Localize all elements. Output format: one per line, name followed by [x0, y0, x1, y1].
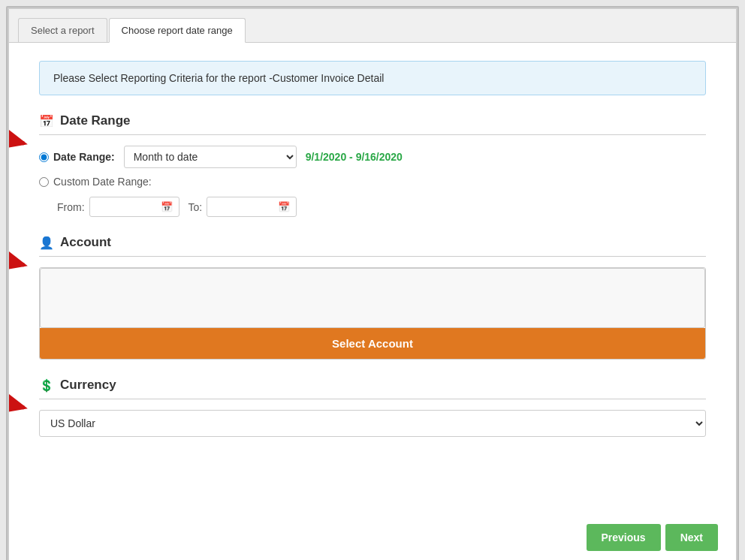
date-range-row: Date Range: Month to date This week This… — [39, 146, 706, 168]
next-button[interactable]: Next — [665, 524, 718, 551]
from-label: From: — [57, 201, 85, 213]
from-calendar-icon: 📅 — [161, 201, 173, 212]
currency-section: 💲 Currency US Dollar Euro British Pound … — [39, 378, 706, 437]
from-to-row: From: 📅 To: 📅 — [57, 197, 706, 217]
currency-icon: 💲 — [39, 378, 54, 393]
currency-arrow — [9, 385, 32, 419]
from-group: From: 📅 — [57, 197, 179, 217]
previous-button[interactable]: Previous — [587, 524, 661, 551]
tab-choose-date-range[interactable]: Choose report date range — [109, 18, 246, 43]
account-arrow — [9, 242, 32, 276]
date-range-label-text: Date Range: — [53, 151, 115, 163]
to-label: To: — [189, 201, 203, 213]
date-range-radio-label[interactable]: Date Range: — [39, 151, 115, 163]
to-group: To: 📅 — [189, 197, 297, 217]
main-content: Please Select Reporting Criteria for the… — [9, 43, 736, 515]
from-date-input[interactable]: 📅 — [89, 197, 179, 217]
currency-header: 💲 Currency — [39, 378, 706, 399]
to-date-input[interactable]: 📅 — [207, 197, 297, 217]
info-banner-text: Please Select Reporting Criteria for the… — [53, 72, 384, 84]
date-range-select[interactable]: Month to date This week This month Last … — [124, 146, 297, 168]
arrow-icon — [9, 121, 32, 155]
footer: Previous Next — [9, 515, 736, 560]
custom-range-label[interactable]: Custom Date Range: — [39, 176, 152, 188]
date-range-header: 📅 Date Range — [39, 113, 706, 135]
custom-range-radio[interactable] — [39, 177, 49, 187]
to-calendar-icon: 📅 — [278, 201, 290, 212]
main-window: Select a report Choose report date range… — [8, 8, 737, 560]
account-header: 👤 Account — [39, 235, 706, 257]
calendar-icon: 📅 — [39, 114, 54, 128]
date-range-title: Date Range — [60, 113, 131, 128]
account-icon: 👤 — [39, 236, 54, 250]
account-section: 👤 Account Select Account — [39, 235, 706, 360]
account-box-wrapper: Select Account — [39, 267, 706, 360]
account-title: Account — [60, 235, 111, 250]
currency-select[interactable]: US Dollar Euro British Pound Canadian Do… — [39, 410, 706, 437]
arrow-icon — [9, 242, 32, 276]
date-range-radio[interactable] — [39, 152, 49, 162]
custom-range-label-text: Custom Date Range: — [53, 176, 152, 188]
currency-title: Currency — [60, 378, 116, 393]
tab-select-report[interactable]: Select a report — [18, 18, 107, 42]
select-account-button[interactable]: Select Account — [40, 328, 705, 359]
tab-bar: Select a report Choose report date range — [9, 9, 736, 43]
custom-range-row: Custom Date Range: — [39, 176, 706, 188]
date-range-value: 9/1/2020 - 9/16/2020 — [306, 151, 403, 163]
info-banner: Please Select Reporting Criteria for the… — [39, 61, 706, 95]
arrow-icon — [9, 385, 32, 419]
account-list-inner — [41, 269, 704, 327]
account-listbox[interactable] — [40, 268, 705, 328]
date-range-section: 📅 Date Range Date Range: Month to date T… — [39, 113, 706, 217]
date-range-arrow — [9, 121, 32, 155]
